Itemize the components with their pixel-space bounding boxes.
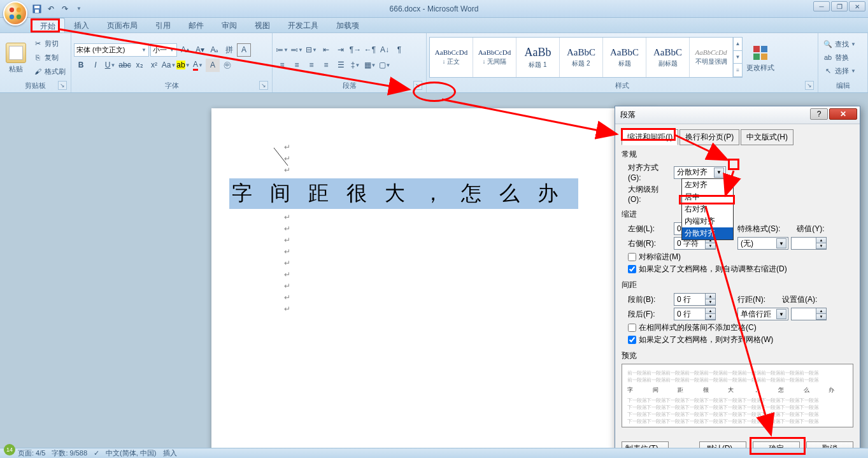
enclose-char-button[interactable]: ㊥ [220,59,234,72]
font-name-select[interactable]: 宋体 (中文正文)▼ [74,43,149,57]
qat-more-icon[interactable]: ▼ [73,3,85,15]
font-size-select[interactable]: 小一▼ [150,43,177,57]
qat-undo-icon[interactable]: ↶ [45,3,57,15]
align-opt-distribute[interactable]: 分散对齐 [682,227,733,240]
qat-save-icon[interactable] [31,3,43,15]
strike-button[interactable]: abc [118,59,132,72]
style-nospacing[interactable]: AaBbCcDd↓ 无间隔 [473,38,516,77]
font-color-button[interactable]: A▼ [191,59,205,72]
dlg-tab-page[interactable]: 换行和分页(P) [679,129,739,145]
tab-review[interactable]: 审阅 [213,18,246,32]
ltr-button[interactable]: ¶→ [348,43,362,57]
no-space-check[interactable]: 在相同样式的段落间不添加空格(C) [628,322,853,333]
cut-button[interactable]: ✂剪切 [31,37,68,50]
style-scroll[interactable]: ▲▼≡ [733,38,742,77]
bullets-button[interactable]: ≔▼ [275,43,289,57]
svg-rect-6 [35,10,39,13]
superscript-button[interactable]: x² [147,59,161,72]
sort-button[interactable]: A↓ [378,43,392,57]
shading-button[interactable]: ▦▼ [363,59,377,72]
special-value-input[interactable]: ▲▼ [791,237,827,250]
align-left-button[interactable]: ≡ [275,59,289,72]
tab-home[interactable]: 开始 [31,18,65,32]
set-value-input[interactable]: ▲▼ [791,308,827,320]
page[interactable]: ↵ ↵ ↵ 字间距很大，怎么办 ↵ ↵ ↵ ↵ ↵ ↵ ↵ ↵ ↵ [211,108,657,448]
style-title[interactable]: AaBbC标题 [603,38,646,77]
show-marks-button[interactable]: ¶ [392,43,406,57]
close-button[interactable]: ✕ [849,1,865,11]
borders-button[interactable]: ▢▼ [378,59,392,72]
style-h1[interactable]: AaBb标题 1 [516,38,560,77]
align-opt-center[interactable]: 居中 [682,191,733,203]
dialog-help-button[interactable]: ? [810,108,828,120]
alignment-select[interactable]: 分散对齐▼ [674,166,726,179]
change-styles-button[interactable]: 更改样式 [746,43,774,73]
distribute-button[interactable]: ☰ [334,59,348,72]
multilevel-button[interactable]: ⊟▼ [304,43,318,57]
select-button[interactable]: ↖选择▼ [821,64,858,77]
line-spacing-select[interactable]: 单倍行距▼ [737,308,788,320]
tab-addins[interactable]: 加载项 [327,18,368,32]
decrease-indent-button[interactable]: ⇤ [319,43,333,57]
increase-indent-button[interactable]: ⇥ [334,43,348,57]
snap-grid-check[interactable]: 如果定义了文档网格，则对齐到网格(W) [628,334,853,345]
underline-button[interactable]: U▼ [103,59,117,72]
format-painter-button[interactable]: 🖌格式刷 [31,65,68,78]
qat-redo-icon[interactable]: ↷ [59,3,71,15]
clear-format-button[interactable]: Aₐ [208,43,222,57]
subscript-button[interactable]: x₂ [132,59,146,72]
sym-indent-check[interactable]: 对称缩进(M) [628,252,853,262]
phonetic-button[interactable]: 拼 [222,43,236,57]
paragraph-launcher[interactable]: ↘ [413,81,422,90]
find-button[interactable]: 🔍查找▼ [821,38,858,50]
shrink-font-button[interactable]: A▾ [193,43,207,57]
style-h2[interactable]: AaBbC标题 2 [560,38,603,77]
numbering-button[interactable]: ≕▼ [290,43,304,57]
align-opt-right[interactable]: 右对齐 [682,203,733,215]
auto-indent-check[interactable]: 如果定义了文档网格，则自动调整右缩进(D) [628,264,853,275]
styles-launcher[interactable]: ↘ [805,81,814,90]
tab-references[interactable]: 引用 [146,18,180,32]
clipboard-launcher[interactable]: ↘ [58,81,67,90]
selected-text[interactable]: 字间距很大，怎么办 [229,178,578,209]
grow-font-button[interactable]: A▴ [178,43,192,57]
styles-gallery[interactable]: AaBbCcDd↓ 正文 AaBbCcDd↓ 无间隔 AaBb标题 1 AaBb… [429,37,743,78]
align-center-button[interactable]: ≡ [290,59,304,72]
align-opt-justify[interactable]: 内端对齐 [682,215,733,227]
copy-button[interactable]: ⎘复制 [31,51,68,64]
align-opt-left[interactable]: 左对齐 [682,179,733,191]
line-spacing-button[interactable]: ‡▼ [348,59,362,72]
char-shading-button[interactable]: A [206,59,220,72]
dlg-tab-indent[interactable]: 缩进和间距(I) [622,129,678,145]
tab-insert[interactable]: 插入 [65,18,98,32]
italic-button[interactable]: I [89,59,103,72]
align-right-button[interactable]: ≡ [304,59,318,72]
tab-view[interactable]: 视图 [246,18,279,32]
tab-layout[interactable]: 页面布局 [98,18,146,32]
change-case-button[interactable]: Aa▼ [162,59,176,72]
paste-button[interactable]: 粘贴 [3,41,29,74]
highlight-button[interactable]: ab▼ [176,59,190,72]
tab-mailings[interactable]: 邮件 [180,18,213,32]
font-launcher[interactable]: ↘ [259,81,268,90]
minimize-button[interactable]: ─ [813,1,830,11]
char-border-button[interactable]: A [237,43,251,57]
chevron-down-icon: ▼ [714,168,724,178]
dialog-close-button[interactable]: ✕ [829,108,857,120]
dlg-tab-cn[interactable]: 中文版式(H) [741,129,793,145]
style-normal[interactable]: AaBbCcDd↓ 正文 [430,38,473,77]
left-indent-label: 左侧(L): [622,224,671,234]
tab-developer[interactable]: 开发工具 [279,18,327,32]
rtl-button[interactable]: ←¶ [363,43,377,57]
style-subtle-emph[interactable]: AaBbCcDd不明显强调 [690,38,733,77]
bold-button[interactable]: B [74,59,88,72]
special-format-select[interactable]: (无)▼ [737,237,788,250]
style-subtitle[interactable]: AaBbC副标题 [646,38,690,77]
space-after-input[interactable]: 0 行▲▼ [674,308,716,320]
space-before-input[interactable]: 0 行▲▼ [674,293,716,306]
justify-button[interactable]: ≡ [319,59,333,72]
office-button[interactable] [3,1,27,25]
replace-button[interactable]: ab替换 [821,51,858,64]
dialog-titlebar[interactable]: 段落 ? ✕ [615,106,860,124]
restore-button[interactable]: ❐ [831,1,848,11]
